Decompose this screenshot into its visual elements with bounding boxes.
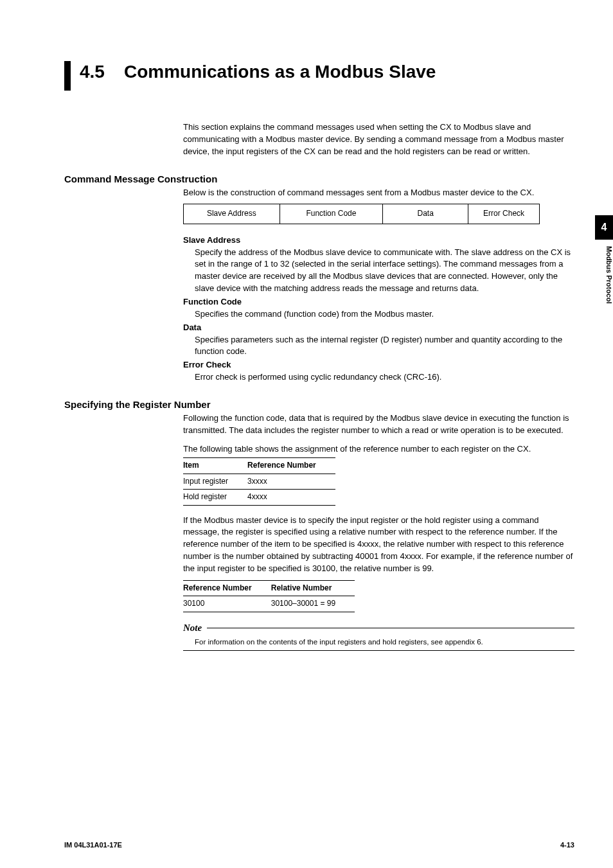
field-body: Error check is performed using cyclic re… bbox=[195, 371, 574, 384]
reference-number-table: Item Reference Number Input register 3xx… bbox=[183, 457, 335, 505]
footer-right: 4-13 bbox=[560, 841, 574, 849]
field-heading: Function Code bbox=[183, 296, 574, 308]
note-rule bbox=[207, 628, 574, 628]
paragraph: Following the function code, data that i… bbox=[183, 412, 574, 437]
section-heading: Communications as a Modbus Slave bbox=[124, 61, 436, 83]
message-structure-table: Slave Address Function Code Data Error C… bbox=[183, 204, 540, 224]
table-header: Reference Number bbox=[247, 458, 335, 474]
msg-cell: Data bbox=[383, 204, 468, 224]
msg-cell: Slave Address bbox=[184, 204, 280, 224]
subsection-lead: Below is the construction of command mes… bbox=[183, 187, 574, 199]
section-number: 4.5 bbox=[80, 61, 105, 83]
relative-number-table: Reference Number Relative Number 30100 3… bbox=[183, 580, 355, 612]
title-accent-bar bbox=[64, 61, 71, 91]
table-header: Relative Number bbox=[271, 580, 355, 596]
intro-paragraph: This section explains the command messag… bbox=[183, 121, 574, 158]
table-cell: Input register bbox=[183, 474, 247, 489]
field-body: Specify the address of the Modbus slave … bbox=[195, 247, 574, 295]
msg-cell: Function Code bbox=[280, 204, 383, 224]
section-title: 4.5 Communications as a Modbus Slave bbox=[64, 61, 574, 91]
page-footer: IM 04L31A01-17E 4-13 bbox=[64, 841, 574, 849]
table-cell: 30100 bbox=[183, 596, 271, 612]
field-body: Specifies the command (function code) fr… bbox=[195, 308, 574, 321]
note-body: For information on the contents of the i… bbox=[195, 637, 574, 648]
field-heading: Data bbox=[183, 322, 574, 334]
paragraph: If the Modbus master device is to specif… bbox=[183, 515, 574, 575]
field-heading: Slave Address bbox=[183, 235, 574, 247]
table-cell: 4xxxx bbox=[247, 490, 335, 505]
field-heading: Error Check bbox=[183, 359, 574, 371]
table-header: Reference Number bbox=[183, 580, 271, 596]
table-cell: Hold register bbox=[183, 490, 247, 505]
msg-cell: Error Check bbox=[468, 204, 540, 224]
paragraph: The following table shows the assignment… bbox=[183, 443, 574, 456]
table-cell: 30100–30001 = 99 bbox=[271, 596, 355, 612]
note-block: Note bbox=[183, 621, 574, 635]
table-header: Item bbox=[183, 458, 247, 474]
footer-left: IM 04L31A01-17E bbox=[64, 841, 122, 849]
field-body: Specifies parameters such as the interna… bbox=[195, 334, 574, 359]
table-cell: 3xxxx bbox=[247, 474, 335, 489]
subsection-heading: Command Message Construction bbox=[64, 173, 574, 184]
subsection-heading: Specifying the Register Number bbox=[64, 399, 574, 410]
note-bottom-rule bbox=[183, 650, 574, 651]
note-label: Note bbox=[183, 621, 202, 635]
